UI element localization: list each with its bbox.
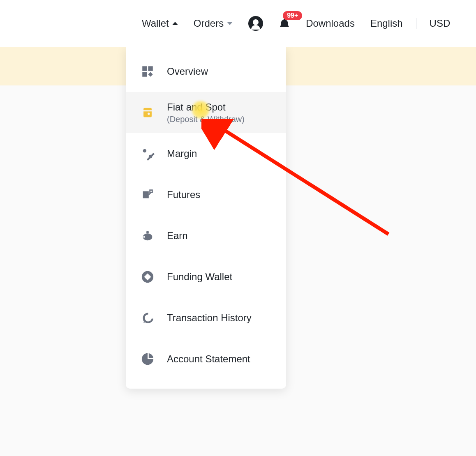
nav-downloads-label: Downloads <box>306 18 355 29</box>
nav-downloads[interactable]: Downloads <box>306 18 355 29</box>
nav-wallet[interactable]: Wallet <box>142 18 178 29</box>
nav-language-label: English <box>370 18 403 29</box>
nav-orders-label: Orders <box>194 18 224 29</box>
nav-profile[interactable] <box>248 16 263 31</box>
nav-currency[interactable]: USD <box>430 18 451 29</box>
menu-earn-label: Earn <box>167 230 188 242</box>
margin-icon <box>141 147 155 161</box>
menu-futures-label: Futures <box>167 189 200 200</box>
futures-icon <box>141 188 155 202</box>
nav-currency-label: USD <box>430 18 451 29</box>
svg-rect-6 <box>147 153 155 161</box>
overview-icon <box>141 64 155 78</box>
caret-down-icon <box>227 22 233 25</box>
svg-rect-1 <box>148 66 153 71</box>
menu-overview-label: Overview <box>167 66 208 77</box>
fiat-spot-icon <box>141 106 155 120</box>
menu-margin-label: Margin <box>167 148 197 159</box>
annotation-arrow <box>201 119 395 240</box>
svg-rect-0 <box>142 66 147 71</box>
svg-line-14 <box>220 127 388 234</box>
nav-orders[interactable]: Orders <box>194 18 233 29</box>
svg-point-4 <box>143 149 147 153</box>
menu-funding-wallet[interactable]: Funding Wallet <box>126 256 286 297</box>
nav-language[interactable]: English <box>370 18 403 29</box>
nav-notifications[interactable]: 99+ <box>279 18 290 29</box>
svg-point-9 <box>143 236 145 238</box>
transaction-history-icon: $ <box>141 311 155 325</box>
account-statement-icon <box>141 352 155 366</box>
earn-icon <box>141 229 155 243</box>
svg-text:$: $ <box>143 318 146 323</box>
svg-marker-3 <box>148 72 153 76</box>
notification-badge: 99+ <box>283 11 302 20</box>
vertical-divider <box>416 18 416 29</box>
menu-transaction-history[interactable]: $ Transaction History <box>126 297 286 339</box>
caret-up-icon <box>172 22 178 25</box>
menu-funding-wallet-label: Funding Wallet <box>167 271 232 283</box>
menu-fiat-and-spot-label: Fiat and Spot <box>167 101 245 113</box>
menu-overview[interactable]: Overview <box>126 51 286 92</box>
funding-wallet-icon <box>141 270 155 284</box>
top-navbar: Wallet Orders 99+ Downloads English <box>0 0 476 47</box>
nav-wallet-label: Wallet <box>142 18 169 29</box>
menu-transaction-history-label: Transaction History <box>167 312 252 324</box>
svg-rect-8 <box>146 231 149 234</box>
menu-account-statement[interactable]: Account Statement <box>126 339 286 380</box>
profile-icon <box>248 16 263 31</box>
menu-account-statement-label: Account Statement <box>167 353 250 365</box>
svg-rect-2 <box>142 72 147 76</box>
